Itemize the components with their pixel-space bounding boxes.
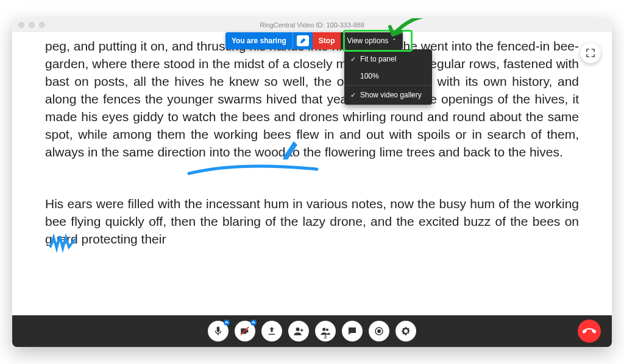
hangup-icon xyxy=(583,324,596,338)
participants-button[interactable]: 2 xyxy=(315,321,336,341)
leave-meeting-button[interactable] xyxy=(578,320,601,343)
document-paragraph-1: peg, and putting it on, and thrusting hi… xyxy=(45,38,579,161)
checkmark-icon: ✓ xyxy=(349,55,356,63)
share-screen-button[interactable] xyxy=(261,321,282,341)
chat-icon xyxy=(347,326,358,337)
dropdown-item-label: Show video gallery xyxy=(360,91,422,99)
dropdown-item-label: Fit to panel xyxy=(360,55,396,63)
stop-sharing-button[interactable]: Stop xyxy=(313,32,341,49)
meeting-toolbar: 2 xyxy=(12,315,612,347)
record-icon xyxy=(374,326,385,337)
chevron-up-badge-icon xyxy=(250,320,257,326)
microphone-icon xyxy=(213,326,224,337)
record-button[interactable] xyxy=(369,321,389,341)
chat-button[interactable] xyxy=(342,321,363,341)
maximize-traffic-light[interactable] xyxy=(39,22,45,28)
window-titlebar: RingCentral Video ID: 100-333-888 xyxy=(12,18,612,32)
mute-button[interactable] xyxy=(208,321,229,341)
sharing-toolbar: You are sharing Stop View options ⌃ xyxy=(225,32,403,49)
dropdown-item-fit-to-panel[interactable]: ✓ Fit to panel xyxy=(344,51,432,68)
dropdown-item-100-percent[interactable]: 100% xyxy=(344,68,432,85)
dropdown-separator xyxy=(344,85,432,86)
expand-fullscreen-button[interactable] xyxy=(580,43,601,63)
minimize-traffic-light[interactable] xyxy=(29,22,35,28)
add-participant-icon xyxy=(293,326,304,337)
document-paragraph-2: His ears were filled with the incessant … xyxy=(45,195,579,248)
svg-point-3 xyxy=(296,327,300,331)
dropdown-item-show-video-gallery[interactable]: ✓ Show video gallery xyxy=(344,86,432,103)
svg-point-4 xyxy=(322,327,325,331)
app-window: RingCentral Video ID: 100-333-888 peg, a… xyxy=(12,18,612,347)
sharing-status-label: You are sharing xyxy=(225,32,292,49)
svg-point-7 xyxy=(377,329,381,333)
svg-point-2 xyxy=(250,320,257,326)
svg-point-5 xyxy=(326,329,328,331)
share-icon xyxy=(266,326,277,337)
close-traffic-light[interactable] xyxy=(18,22,24,28)
dropdown-item-label: 100% xyxy=(360,72,379,80)
traffic-lights xyxy=(18,22,45,28)
gear-icon xyxy=(400,326,411,337)
participants-count: 2 xyxy=(324,334,327,340)
checkmark-icon: ✓ xyxy=(349,91,356,99)
view-options-label: View options xyxy=(347,37,388,45)
video-button[interactable] xyxy=(235,321,255,341)
chevron-up-badge-icon xyxy=(224,320,230,326)
view-options-dropdown: ✓ Fit to panel 100% ✓ Show video gallery xyxy=(344,49,432,105)
expand-icon xyxy=(586,49,595,57)
video-off-icon xyxy=(239,326,250,337)
settings-button[interactable] xyxy=(395,321,416,341)
window-title: RingCentral Video ID: 100-333-888 xyxy=(260,21,364,29)
chevron-up-icon: ⌃ xyxy=(392,38,397,44)
shared-document: peg, and putting it on, and thrusting hi… xyxy=(12,32,612,347)
view-options-button[interactable]: View options ⌃ xyxy=(341,32,403,49)
pencil-icon xyxy=(297,35,309,46)
svg-point-0 xyxy=(224,320,230,326)
annotate-button[interactable] xyxy=(292,32,313,49)
invite-button[interactable] xyxy=(288,321,309,341)
